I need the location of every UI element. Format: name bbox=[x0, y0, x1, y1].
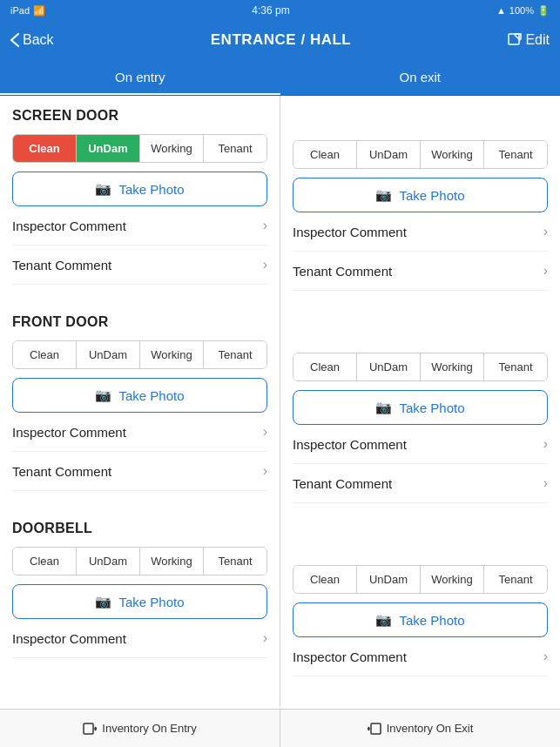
section-front-door-entry: FRONT DOOR Clean UnDam Working Tenant 📷 … bbox=[0, 302, 280, 491]
screen-door-exit-options: Clean UnDam Working Tenant bbox=[293, 140, 548, 169]
front-door-entry-undam[interactable]: UnDam bbox=[77, 341, 140, 368]
tab-bar: On entry On exit bbox=[0, 59, 560, 96]
screen-door-entry-undam[interactable]: UnDam bbox=[77, 135, 140, 162]
front-door-exit-options: Clean UnDam Working Tenant bbox=[293, 353, 548, 381]
edit-label: Edit bbox=[525, 32, 550, 48]
camera-icon: 📷 bbox=[375, 187, 392, 203]
edit-button[interactable]: Edit bbox=[508, 32, 550, 48]
back-button[interactable]: Back bbox=[10, 32, 54, 48]
front-door-entry-photo-button[interactable]: 📷 Take Photo bbox=[12, 378, 267, 413]
front-door-exit-working[interactable]: Working bbox=[421, 353, 484, 380]
signal-icon: ▲ bbox=[496, 5, 506, 16]
doorbell-entry-photo-button[interactable]: 📷 Take Photo bbox=[12, 584, 267, 619]
front-door-entry-photo-label: Take Photo bbox=[118, 388, 184, 403]
tenant-comment-label: Tenant Comment bbox=[12, 258, 111, 273]
doorbell-entry-clean[interactable]: Clean bbox=[13, 548, 77, 575]
doorbell-entry-undam[interactable]: UnDam bbox=[77, 548, 140, 575]
front-door-exit-inspector-comment[interactable]: Inspector Comment › bbox=[293, 425, 548, 464]
wifi-icon: 📶 bbox=[33, 5, 45, 17]
doorbell-exit-undam[interactable]: UnDam bbox=[357, 566, 421, 593]
doorbell-entry-working[interactable]: Working bbox=[140, 548, 204, 575]
doorbell-exit-tenant[interactable]: Tenant bbox=[484, 566, 547, 593]
doorbell-exit-inspector-comment[interactable]: Inspector Comment › bbox=[293, 637, 548, 676]
screen-door-exit-photo-label: Take Photo bbox=[399, 188, 464, 203]
section-doorbell-exit: Clean UnDam Working Tenant 📷 Take Photo … bbox=[280, 521, 560, 676]
screen-door-exit-tenant-comment[interactable]: Tenant Comment › bbox=[293, 252, 548, 291]
screen-door-exit-undam[interactable]: UnDam bbox=[357, 141, 421, 168]
doorbell-entry-inspector-comment[interactable]: Inspector Comment › bbox=[12, 619, 267, 658]
battery-label: 100% bbox=[509, 5, 534, 16]
screen-door-entry-working[interactable]: Working bbox=[140, 135, 204, 162]
screen-door-entry-options: Clean UnDam Working Tenant bbox=[12, 134, 267, 163]
inspector-comment-label: Inspector Comment bbox=[12, 631, 126, 646]
chevron-right-icon: › bbox=[543, 263, 548, 279]
screen-door-exit-tenant[interactable]: Tenant bbox=[484, 141, 547, 168]
tab-on-entry-label: On entry bbox=[115, 70, 165, 84]
edit-icon bbox=[508, 33, 522, 47]
camera-icon: 📷 bbox=[95, 594, 111, 609]
tab-on-entry[interactable]: On entry bbox=[0, 59, 280, 95]
front-door-title: FRONT DOOR bbox=[12, 314, 267, 330]
section-front-door-exit: Clean UnDam Working Tenant 📷 Take Photo … bbox=[280, 308, 560, 503]
screen-door-entry-clean[interactable]: Clean bbox=[13, 135, 77, 162]
status-bar-right: ▲ 100% 🔋 bbox=[496, 5, 550, 17]
doorbell-title: DOORBELL bbox=[12, 521, 267, 536]
tenant-comment-label: Tenant Comment bbox=[293, 476, 392, 491]
screen-door-exit-photo-button[interactable]: 📷 Take Photo bbox=[293, 178, 548, 212]
tab-on-exit-label: On exit bbox=[399, 70, 441, 84]
front-door-exit-clean[interactable]: Clean bbox=[293, 353, 357, 380]
status-bar-time: 4:36 pm bbox=[252, 4, 289, 17]
front-door-entry-tenant[interactable]: Tenant bbox=[204, 341, 267, 368]
chevron-right-icon: › bbox=[543, 224, 548, 239]
screen-door-entry-photo-label: Take Photo bbox=[118, 182, 184, 197]
entry-column: SCREEN DOOR Clean UnDam Working Tenant 📷… bbox=[0, 96, 280, 707]
screen-door-entry-tenant-comment[interactable]: Tenant Comment › bbox=[12, 246, 267, 285]
screen-door-exit-inspector-comment[interactable]: Inspector Comment › bbox=[293, 212, 548, 252]
chevron-right-icon: › bbox=[543, 436, 548, 452]
chevron-right-icon: › bbox=[263, 463, 267, 479]
screen-door-title: SCREEN DOOR bbox=[12, 108, 267, 124]
doorbell-exit-clean[interactable]: Clean bbox=[293, 566, 357, 593]
main-content: SCREEN DOOR Clean UnDam Working Tenant 📷… bbox=[0, 96, 560, 707]
inspector-comment-label: Inspector Comment bbox=[293, 225, 407, 239]
nav-bar: Back ENTRANCE / HALL Edit bbox=[0, 21, 560, 59]
svg-rect-0 bbox=[509, 34, 519, 44]
tab-on-exit[interactable]: On exit bbox=[280, 59, 561, 95]
front-door-entry-tenant-comment[interactable]: Tenant Comment › bbox=[12, 452, 267, 491]
chevron-right-icon: › bbox=[543, 475, 548, 491]
front-door-entry-inspector-comment[interactable]: Inspector Comment › bbox=[12, 413, 267, 452]
screen-door-entry-inspector-comment[interactable]: Inspector Comment › bbox=[12, 206, 267, 246]
front-door-exit-tenant[interactable]: Tenant bbox=[484, 353, 547, 380]
front-door-exit-tenant-comment[interactable]: Tenant Comment › bbox=[293, 464, 548, 503]
screen-door-exit-clean[interactable]: Clean bbox=[293, 141, 357, 168]
front-door-exit-undam[interactable]: UnDam bbox=[357, 353, 421, 380]
front-door-entry-working[interactable]: Working bbox=[140, 341, 204, 368]
inspector-comment-label: Inspector Comment bbox=[12, 219, 126, 233]
chevron-right-icon: › bbox=[263, 218, 267, 233]
doorbell-entry-tenant[interactable]: Tenant bbox=[204, 548, 267, 575]
chevron-right-icon: › bbox=[263, 424, 267, 440]
tenant-comment-label: Tenant Comment bbox=[12, 464, 111, 479]
screen-door-entry-photo-button[interactable]: 📷 Take Photo bbox=[12, 172, 267, 206]
doorbell-exit-working[interactable]: Working bbox=[421, 566, 484, 593]
front-door-entry-options: Clean UnDam Working Tenant bbox=[12, 340, 267, 369]
screen-door-exit-working[interactable]: Working bbox=[421, 141, 484, 168]
camera-icon: 📷 bbox=[95, 181, 111, 197]
doorbell-exit-photo-button[interactable]: 📷 Take Photo bbox=[293, 602, 548, 637]
section-screen-door-exit: Clean UnDam Working Tenant 📷 Take Photo … bbox=[280, 96, 560, 291]
chevron-right-icon: › bbox=[263, 257, 267, 273]
screen-door-entry-tenant[interactable]: Tenant bbox=[204, 135, 267, 162]
doorbell-exit-options: Clean UnDam Working Tenant bbox=[293, 565, 548, 594]
page-title: ENTRANCE / HALL bbox=[211, 31, 351, 49]
tenant-comment-label: Tenant Comment bbox=[293, 264, 392, 279]
front-door-entry-clean[interactable]: Clean bbox=[13, 341, 77, 368]
back-chevron-icon bbox=[10, 33, 19, 47]
camera-icon: 📷 bbox=[95, 387, 111, 403]
carrier-label: iPad bbox=[10, 5, 30, 16]
doorbell-entry-photo-label: Take Photo bbox=[118, 595, 184, 609]
inspector-comment-label: Inspector Comment bbox=[293, 649, 407, 664]
front-door-exit-photo-label: Take Photo bbox=[399, 400, 464, 415]
status-bar: iPad 📶 4:36 pm ▲ 100% 🔋 bbox=[0, 0, 560, 21]
front-door-exit-photo-button[interactable]: 📷 Take Photo bbox=[293, 390, 548, 425]
doorbell-exit-photo-label: Take Photo bbox=[399, 613, 464, 628]
